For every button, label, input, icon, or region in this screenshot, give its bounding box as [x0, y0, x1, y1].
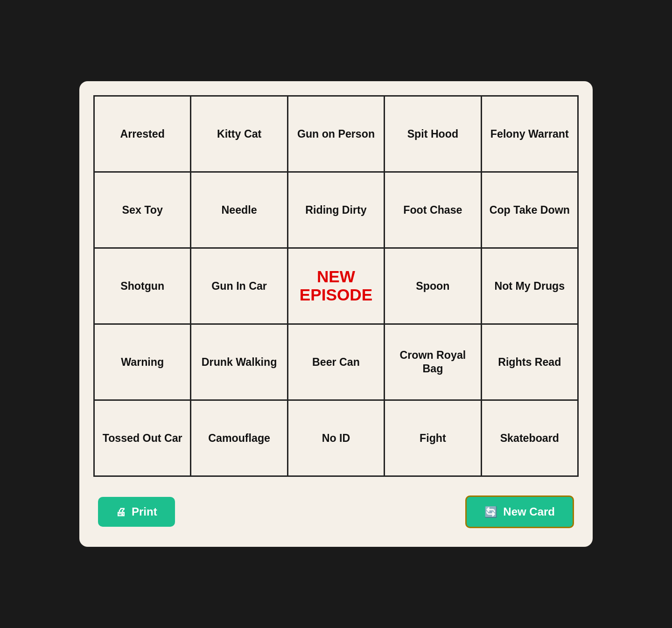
print-button[interactable]: 🖨 Print	[98, 497, 175, 527]
new-card-label: New Card	[503, 505, 555, 518]
bingo-cell-r1c4: Cop Take Down	[482, 173, 577, 247]
bingo-grid: ArrestedKitty CatGun on PersonSpit HoodF…	[93, 95, 579, 477]
bingo-cell-r0c3: Spit Hood	[385, 97, 480, 171]
new-card-icon: 🔄	[484, 506, 497, 518]
bingo-cell-r0c4: Felony Warrant	[482, 97, 577, 171]
bingo-cell-r3c2: Beer Can	[288, 325, 384, 399]
bingo-cell-r4c0: Tossed Out Car	[95, 401, 190, 475]
bingo-cell-r2c1: Gun In Car	[191, 249, 287, 323]
bingo-cell-r3c3: Crown Royal Bag	[385, 325, 480, 399]
print-icon: 🖨	[116, 506, 126, 518]
new-card-button[interactable]: 🔄 New Card	[465, 495, 574, 528]
buttons-row: 🖨 Print 🔄 New Card	[93, 495, 579, 528]
bingo-cell-r3c4: Rights Read	[482, 325, 577, 399]
bingo-cell-r1c1: Needle	[191, 173, 287, 247]
bingo-cell-r2c3: Spoon	[385, 249, 480, 323]
bingo-cell-r2c0: Shotgun	[95, 249, 190, 323]
bingo-card: ArrestedKitty CatGun on PersonSpit HoodF…	[79, 81, 593, 547]
bingo-cell-r2c4: Not My Drugs	[482, 249, 577, 323]
bingo-cell-r1c3: Foot Chase	[385, 173, 480, 247]
print-label: Print	[132, 505, 157, 518]
bingo-cell-r3c0: Warning	[95, 325, 190, 399]
bingo-cell-r4c1: Camouflage	[191, 401, 287, 475]
bingo-cell-r3c1: Drunk Walking	[191, 325, 287, 399]
bingo-cell-r2c2: NEW EPISODE	[288, 249, 384, 323]
bingo-cell-r1c2: Riding Dirty	[288, 173, 384, 247]
bingo-cell-r4c2: No ID	[288, 401, 384, 475]
bingo-cell-r0c0: Arrested	[95, 97, 190, 171]
bingo-cell-r1c0: Sex Toy	[95, 173, 190, 247]
bingo-cell-r4c3: Fight	[385, 401, 480, 475]
bingo-cell-r0c2: Gun on Person	[288, 97, 384, 171]
bingo-cell-r0c1: Kitty Cat	[191, 97, 287, 171]
bingo-cell-r4c4: Skateboard	[482, 401, 577, 475]
